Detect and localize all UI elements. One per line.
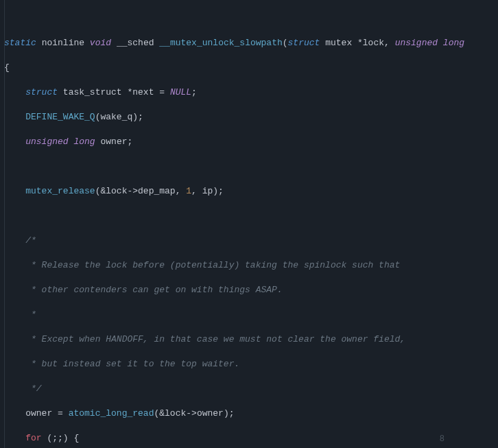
code-line (4, 210, 498, 222)
comment-line: * (4, 309, 498, 321)
keyword-static: static (4, 38, 36, 48)
comment-line: * other contenders can get on with thing… (4, 284, 498, 296)
comment-line: * Release the lock before (potentially) … (4, 259, 498, 272)
comment-line: /* (4, 235, 498, 247)
code-line: owner = atomic_long_read(&lock->owner); (4, 408, 498, 420)
function-call: DEFINE_WAKE_Q (25, 112, 95, 122)
function-name: __mutex_unlock_slowpath (159, 38, 282, 48)
page-number: 8 (440, 433, 444, 445)
code-line: mutex_release(&lock->dep_map, 1, ip); (4, 185, 498, 198)
keyword-null: NULL (170, 87, 191, 97)
code-line: DEFINE_WAKE_Q(wake_q); (4, 111, 498, 123)
comment-line: * Except when HANDOFF, in that case we m… (4, 333, 498, 346)
code-line: static noinline void __sched __mutex_unl… (4, 37, 498, 49)
keyword-for: for (25, 433, 41, 443)
code-line: { (4, 62, 498, 74)
code-line: struct task_struct *next = NULL; (4, 86, 498, 99)
code-line (4, 161, 498, 173)
code-editor[interactable]: static noinline void __sched __mutex_unl… (0, 0, 498, 448)
function-call: atomic_long_read (69, 408, 154, 418)
code-line: unsigned long owner; (4, 136, 498, 148)
comment-line: * but instead set it to the top waiter. (4, 358, 498, 370)
comment-line: */ (4, 383, 498, 395)
function-call: mutex_release (25, 186, 95, 196)
code-line: for (;;) { (4, 432, 498, 445)
keyword-void: void (90, 38, 111, 48)
